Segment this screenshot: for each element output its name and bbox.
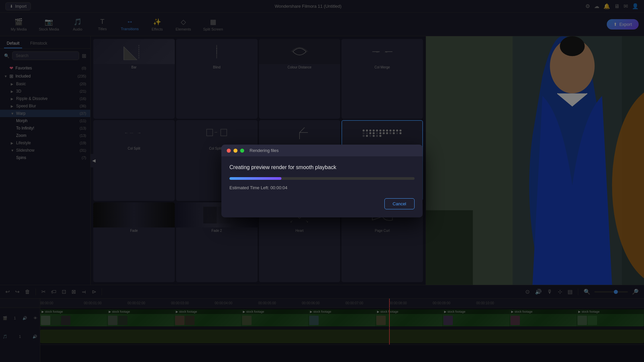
minimize-button[interactable] — [233, 149, 237, 153]
close-button[interactable] — [227, 149, 231, 153]
dialog-actions: Cancel — [229, 198, 415, 209]
dialog-overlay: Rendering files Creating preview render … — [0, 0, 644, 362]
time-label: Estimated Time Left: — [229, 185, 269, 190]
time-value: 00:00:04 — [270, 185, 287, 190]
dialog-message: Creating preview render for smooth playb… — [229, 164, 415, 170]
dialog-title: Rendering files — [250, 148, 279, 153]
progress-bar-container — [229, 177, 415, 180]
dialog-body: Creating preview render for smooth playb… — [221, 156, 423, 217]
dialog-time: Estimated Time Left: 00:00:04 — [229, 185, 415, 190]
cancel-button[interactable]: Cancel — [384, 198, 415, 209]
maximize-button[interactable] — [240, 149, 244, 153]
rendering-dialog: Rendering files Creating preview render … — [221, 145, 423, 217]
dialog-titlebar: Rendering files — [221, 145, 423, 156]
progress-bar-fill — [229, 177, 281, 180]
